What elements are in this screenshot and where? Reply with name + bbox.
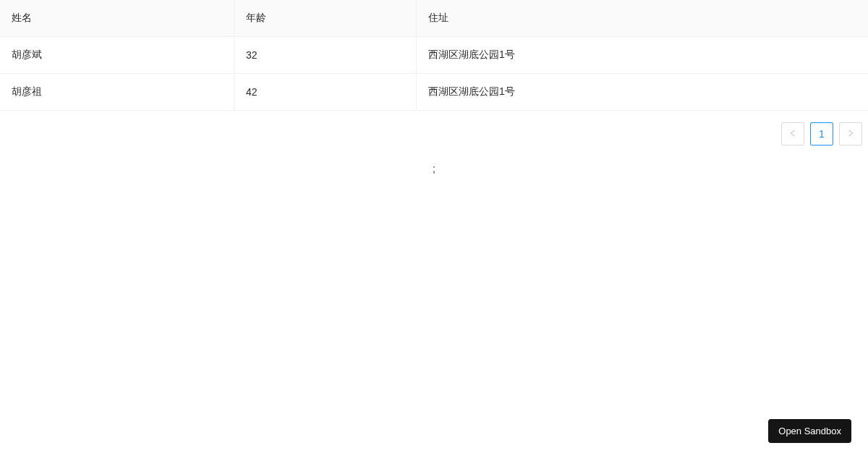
chevron-right-icon: [846, 128, 855, 140]
cell-name: 胡彦斌: [0, 37, 234, 74]
open-sandbox-button[interactable]: Open Sandbox: [768, 419, 851, 443]
cell-age: 42: [234, 74, 417, 111]
column-header-address[interactable]: 住址: [417, 0, 868, 37]
cell-address: 西湖区湖底公园1号: [417, 37, 868, 74]
table-container: 姓名 年龄 住址 胡彦斌 32 西湖区湖底公园1号 胡彦祖 42 西湖区湖底公园…: [0, 0, 868, 145]
chevron-left-icon: [788, 128, 797, 140]
pagination-page-1-button[interactable]: 1: [810, 122, 833, 145]
table-row: 胡彦祖 42 西湖区湖底公园1号: [0, 74, 868, 111]
column-header-age[interactable]: 年龄: [234, 0, 417, 37]
data-table: 姓名 年龄 住址 胡彦斌 32 西湖区湖底公园1号 胡彦祖 42 西湖区湖底公园…: [0, 0, 868, 111]
table-header: 姓名 年龄 住址: [0, 0, 868, 37]
pagination-next-button[interactable]: [839, 122, 862, 145]
cell-address: 西湖区湖底公园1号: [417, 74, 868, 111]
column-header-name[interactable]: 姓名: [0, 0, 234, 37]
cell-name: 胡彦祖: [0, 74, 234, 111]
cell-age: 32: [234, 37, 417, 74]
pagination-prev-button[interactable]: [781, 122, 804, 145]
table-body: 胡彦斌 32 西湖区湖底公园1号 胡彦祖 42 西湖区湖底公园1号: [0, 37, 868, 111]
pagination: 1: [0, 111, 868, 145]
stray-text: ;: [0, 163, 868, 174]
table-header-row: 姓名 年龄 住址: [0, 0, 868, 37]
table-row: 胡彦斌 32 西湖区湖底公园1号: [0, 37, 868, 74]
